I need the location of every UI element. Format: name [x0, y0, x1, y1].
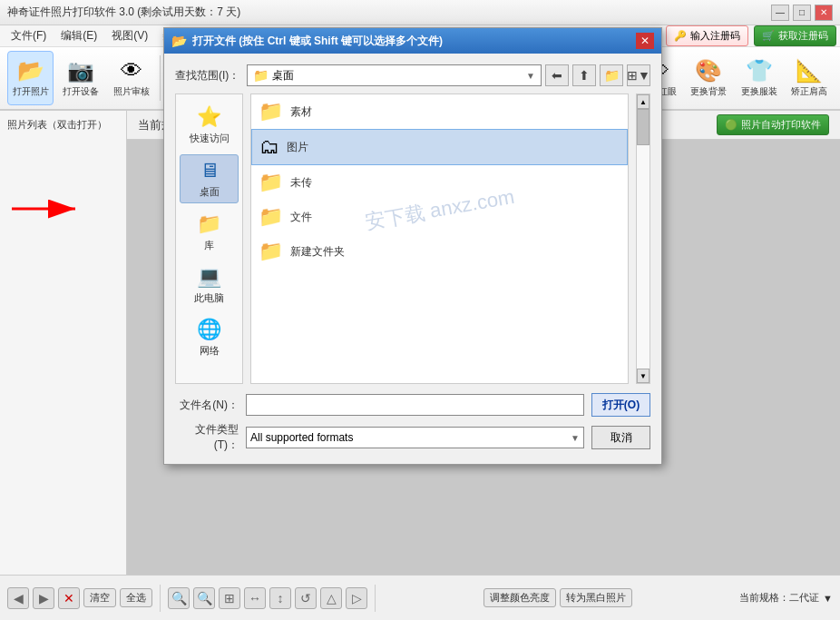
filename-input[interactable] — [246, 394, 584, 416]
status-text: 当前规格：二代证 — [739, 591, 819, 605]
filename-label: 文件名(N)： — [175, 398, 239, 413]
close-btn[interactable]: ✕ — [815, 5, 833, 21]
nav-back-btn[interactable]: ⬅ — [545, 64, 569, 86]
bottom-sep1 — [160, 585, 161, 612]
open-device-btn[interactable]: 📷 打开设备 — [57, 51, 103, 105]
nav-library[interactable]: 📁 库 — [180, 209, 239, 256]
menu-view[interactable]: 视图(V) — [104, 26, 155, 45]
bottom-right-controls: 调整颜色亮度 转为黑白照片 — [483, 588, 632, 607]
register-code-btn[interactable]: 🔑 输入注册码 — [666, 25, 748, 46]
title-bar: 神奇证件照片打印软件 3.0 (剩余试用天数：7 天) — □ ✕ — [0, 0, 840, 25]
green-dot-icon: 🟢 — [725, 119, 737, 131]
computer-icon: 💻 — [197, 265, 221, 289]
menu-file[interactable]: 文件(F) — [4, 26, 54, 45]
cancel-file-btn[interactable]: 取消 — [591, 426, 650, 449]
window-controls: — □ ✕ — [771, 5, 833, 21]
file-item-unpublished[interactable]: 📁 未传 — [251, 165, 628, 200]
camera-icon: 📷 — [67, 58, 94, 84]
nav-this-pc[interactable]: 💻 此电脑 — [180, 261, 239, 309]
status-area: 当前规格：二代证 ▼ — [739, 591, 833, 605]
delete-btn[interactable]: ✕ — [58, 587, 80, 609]
new-folder-btn[interactable]: 📁 — [600, 64, 623, 86]
maximize-btn[interactable]: □ — [793, 5, 811, 21]
filetype-label: 文件类型(T)： — [175, 422, 239, 453]
folder-new-icon: 📁 — [259, 240, 283, 263]
toolbar-promo: 🔑 输入注册码 🛒 获取注册码 — [666, 25, 836, 46]
activate-btn[interactable]: 🛒 获取注册码 — [754, 25, 836, 46]
path-combo[interactable]: 📁 桌面 ▼ — [247, 64, 542, 86]
folder-files-icon: 📁 — [259, 205, 283, 229]
clothes-icon: 👕 — [746, 58, 773, 84]
star-icon: ⭐ — [197, 105, 221, 129]
zoom-out-btn[interactable]: 🔍 — [168, 587, 190, 609]
menu-edit[interactable]: 编辑(E) — [54, 26, 104, 45]
desktop-icon: 🖥 — [200, 159, 220, 182]
bg-icon: 🎨 — [695, 58, 722, 84]
file-item-pics[interactable]: 🗂 图片 — [251, 129, 628, 165]
bottom-bar: ◀ ▶ ✕ 清空 全选 🔍 🔍 ⊞ ↔ ↕ ↺ △ ▷ 调整颜色亮度 转为黑白照… — [0, 575, 840, 620]
auto-print-btn[interactable]: 🟢 照片自动打印软件 — [717, 114, 829, 135]
filename-row: 文件名(N)： 打开(O) — [175, 393, 650, 417]
nav-quick-access[interactable]: ⭐ 快速访问 — [180, 102, 239, 149]
prev-btn[interactable]: ◀ — [7, 587, 29, 609]
scroll-up-btn[interactable]: ▲ — [637, 94, 650, 109]
open-file-btn[interactable]: 打开(O) — [591, 393, 650, 417]
search-range-label: 查找范围(I)： — [175, 68, 239, 84]
combo-down-arrow: ▼ — [526, 71, 535, 81]
adjust-color-btn[interactable]: 调整颜色亮度 — [483, 588, 556, 607]
filetype-row: 文件类型(T)： All supported formats ▼ 取消 — [175, 422, 650, 453]
nav-up-btn[interactable]: ⬆ — [572, 64, 596, 86]
red-arrow — [7, 186, 89, 231]
convert-bw-btn[interactable]: 转为黑白照片 — [560, 588, 632, 607]
clothes-btn[interactable]: 👕 更换服装 — [736, 51, 782, 105]
dialog-scrollbar[interactable]: ▲ ▼ — [636, 93, 650, 384]
dialog-title-left: 📂 打开文件 (按住 Ctrl 键或 Shift 键可以选择多个文件) — [171, 34, 443, 49]
filetype-combo[interactable]: All supported formats ▼ — [246, 427, 584, 448]
file-item-material[interactable]: 📁 素材 — [251, 94, 628, 129]
dialog-file-list[interactable]: 📁 素材 🗂 图片 📁 未传 📁 — [250, 93, 629, 384]
rotate-btn[interactable]: ↺ — [295, 587, 317, 609]
zoom-in-btn[interactable]: 🔍 — [193, 587, 215, 609]
folder-pics-icon: 🗂 — [259, 135, 279, 159]
select-all-btn[interactable]: 全选 — [120, 588, 152, 607]
folder-material-icon: 📁 — [259, 100, 283, 123]
next-btn[interactable]: ▶ — [33, 587, 54, 609]
rotate3-btn[interactable]: ▷ — [346, 587, 367, 609]
fit-btn[interactable]: ⊞ — [219, 587, 240, 609]
sidebar-title: 照片列表（双击打开） — [7, 118, 119, 132]
clear-btn[interactable]: 清空 — [83, 588, 116, 607]
file-item-files[interactable]: 📁 文件 — [251, 200, 628, 234]
dialog-search-row: 查找范围(I)： 📁 桌面 ▼ ⬅ ⬆ 📁 ⊞▼ — [175, 64, 650, 86]
view-mode-btn[interactable]: ⊞▼ — [627, 64, 650, 86]
flip-h-btn[interactable]: ↔ — [244, 587, 266, 609]
filetype-value: All supported formats — [250, 431, 571, 444]
rotate2-btn[interactable]: △ — [320, 587, 342, 609]
app-title: 神奇证件照片打印软件 3.0 (剩余试用天数：7 天) — [7, 5, 240, 20]
flip-v-btn[interactable]: ↕ — [269, 587, 291, 609]
open-photo-icon: 📂 — [17, 58, 44, 84]
review-btn[interactable]: 👁 照片审核 — [108, 51, 154, 105]
dialog-title-text: 打开文件 (按住 Ctrl 键或 Shift 键可以选择多个文件) — [192, 34, 443, 49]
dialog-file-icon: 📂 — [171, 34, 187, 48]
folder-unpublished-icon: 📁 — [259, 171, 283, 194]
dialog-nav-pane: ⭐ 快速访问 🖥 桌面 📁 库 💻 此电脑 — [175, 93, 243, 384]
path-text: 桌面 — [272, 68, 523, 84]
filetype-arrow: ▼ — [571, 433, 580, 443]
eye-icon: 👁 — [121, 58, 142, 84]
nav-desktop[interactable]: 🖥 桌面 — [180, 154, 239, 203]
scroll-track — [637, 109, 650, 369]
dialog-body: 查找范围(I)： 📁 桌面 ▼ ⬅ ⬆ 📁 ⊞▼ ⭐ 快速访问 — [164, 54, 661, 464]
dialog-close-btn[interactable]: ✕ — [636, 33, 654, 49]
file-item-new-folder[interactable]: 📁 新建文件夹 — [251, 234, 628, 269]
scroll-thumb[interactable] — [637, 109, 650, 145]
open-photo-btn[interactable]: 📂 打开照片 — [7, 51, 54, 105]
nav-network[interactable]: 🌐 网络 — [180, 314, 239, 361]
status-arrow: ▼ — [823, 593, 833, 604]
dialog-footer: 文件名(N)： 打开(O) 文件类型(T)： All supported for… — [175, 393, 650, 453]
bg-btn[interactable]: 🎨 更换背景 — [686, 51, 732, 105]
minimize-btn[interactable]: — — [771, 5, 789, 21]
scroll-down-btn[interactable]: ▼ — [637, 369, 650, 383]
correct-btn[interactable]: 📐 矫正肩高 — [786, 51, 833, 105]
correct-icon: 📐 — [796, 58, 823, 84]
bottom-sep2 — [375, 585, 376, 612]
